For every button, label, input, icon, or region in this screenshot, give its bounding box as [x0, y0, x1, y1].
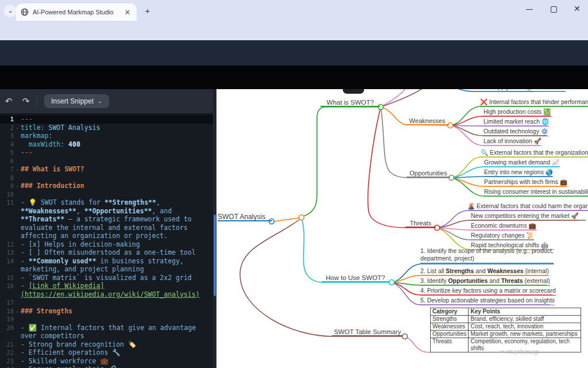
line-content[interactable]: - Secure supply chain 🔗: [21, 365, 213, 368]
node-growing-market-demand[interactable]: Growing market demand 📈: [484, 159, 559, 167]
node-threat-desc[interactable]: 🌋External factors that could harm the or…: [467, 202, 588, 211]
redo-icon[interactable]: ↷: [17, 96, 34, 106]
line-content[interactable]: ### Introduction: [21, 182, 213, 190]
insert-snippet-button[interactable]: Insert Snippet⌄: [44, 94, 109, 108]
line-content[interactable]: [21, 298, 213, 307]
node-lack-of-innovation[interactable]: Lack of innovation 🚀: [483, 137, 541, 146]
new-tab-button[interactable]: +: [142, 6, 153, 16]
editor-line[interactable]: 6: [0, 157, 213, 166]
node-high-production-costs[interactable]: High production costs 💹: [483, 108, 551, 117]
fold-gutter: [14, 157, 21, 166]
node-step-1[interactable]: 1. Identify the scope of the analysis (e…: [420, 247, 554, 263]
node-new-competitors[interactable]: New competitors entering the market 🚀: [471, 212, 579, 221]
fold-chevron-icon[interactable]: ⌄: [14, 307, 21, 316]
editor-line[interactable]: 17: [0, 298, 213, 307]
line-content[interactable]: - Efficient operations 🔧: [21, 348, 213, 357]
node-opportunities[interactable]: Opportunities: [407, 169, 450, 178]
mindmap-node-circle[interactable]: [299, 215, 304, 220]
editor-line[interactable]: 7⌄## What is SWOT?: [0, 165, 213, 174]
editor-line[interactable]: 13- [ ] Often misunderstood as a one-tim…: [0, 248, 213, 257]
editor-line[interactable]: 18⌄### Strengths: [0, 307, 213, 316]
mindmap-canvas[interactable]: SWOT AnalysisWhat is SWOT?WeaknessesOppo…: [213, 89, 588, 368]
editor-line[interactable]: 4 maxWidth: 400: [0, 140, 213, 149]
undo-icon[interactable]: ↶: [0, 96, 17, 106]
editor-line[interactable]: 24- Secure supply chain 🔗: [0, 365, 213, 368]
editor-line[interactable]: 12- [x] Helps in decision-making: [0, 240, 213, 249]
node-economic-downturns[interactable]: Economic downturns 💼: [471, 222, 536, 231]
line-content[interactable]: - Skilled workforce 💼: [21, 357, 213, 366]
node-regulatory-changes[interactable]: Regulatory changes 📜: [471, 232, 533, 240]
line-content[interactable]: - 💡 SWOT stands for **Strengths**, **Wea…: [21, 198, 213, 240]
editor-line[interactable]: 10: [0, 190, 213, 199]
line-content[interactable]: [21, 315, 213, 324]
line-content[interactable]: [21, 174, 213, 182]
line-content[interactable]: ### Strengths: [21, 307, 213, 316]
window-maximize-button[interactable]: [551, 6, 557, 13]
fold-chevron-icon[interactable]: ⌄: [14, 182, 21, 190]
editor-line[interactable]: 5---: [0, 148, 213, 157]
editor-line[interactable]: 19: [0, 315, 213, 324]
node-step-4[interactable]: 4. Prioritize key factors using a matrix…: [420, 287, 556, 296]
mindmap-link: [405, 336, 430, 352]
line-content[interactable]: - [x] Helps in decision-making: [21, 240, 213, 249]
browser-tab[interactable]: AI-Powered Markmap Studio ✕: [16, 3, 137, 21]
editor-code-area[interactable]: 1---2⌄title: SWOT Analysis3markmap:4 max…: [0, 115, 213, 368]
tab-search-button[interactable]: ⌄: [4, 5, 17, 17]
fold-chevron-icon[interactable]: ⌄: [14, 124, 21, 132]
fold-gutter: [14, 174, 21, 182]
line-content[interactable]: - [ ] Often misunderstood as a one-time …: [21, 248, 213, 257]
node-outdated-technology[interactable]: Outdated technology ⚙️: [483, 128, 548, 136]
node-secure-supply-chain[interactable]: Secure supply chain 🔗: [471, 89, 535, 92]
editor-line[interactable]: 2⌄title: SWOT Analysis: [0, 124, 213, 132]
line-content[interactable]: ---: [21, 148, 213, 157]
line-content[interactable]: - [Link of Wikipedia](https://en.wikiped…: [21, 282, 213, 298]
editor-line[interactable]: 11- 💡 SWOT stands for **Strengths**, **W…: [0, 198, 213, 240]
node-rising-consumer-interest[interactable]: Rising consumer interest in sustainabili…: [484, 188, 588, 197]
line-content[interactable]: ## What is SWOT?: [21, 165, 213, 174]
node-weaknesses[interactable]: Weaknesses: [405, 117, 449, 125]
line-content[interactable]: - `SWOT matrix` is visualized as a 2x2 g…: [21, 274, 213, 282]
editor-line[interactable]: 20- ✅ Internal factors that give an adva…: [0, 324, 213, 340]
editor-line[interactable]: 22- Efficient operations 🔧: [0, 348, 213, 357]
node-threats[interactable]: Threats: [405, 219, 436, 228]
node-step-3[interactable]: 3. Identify Opportunities and Threats (e…: [420, 277, 550, 286]
markdown-editor-panel[interactable]: ↶ ↷ Insert Snippet⌄ 1---2⌄title: SWOT An…: [0, 89, 213, 368]
line-content[interactable]: ---: [21, 115, 213, 124]
window-minimize-button[interactable]: [526, 5, 533, 10]
line-content[interactable]: - ✅ Internal factors that give an advant…: [21, 324, 213, 340]
node-swot-table-summary[interactable]: SWOT Table Summary: [332, 328, 403, 336]
node-weak-desc[interactable]: ❌Internal factors that hinder performanc…: [480, 98, 588, 107]
line-content[interactable]: maxWidth: 400: [21, 140, 213, 149]
node-step-2[interactable]: 2. List all Strengths and Weaknesses (in…: [420, 267, 549, 276]
node-opp-desc[interactable]: 🔍External factors that the organization …: [481, 149, 588, 158]
window-close-button[interactable]: ✕: [574, 4, 581, 13]
editor-line[interactable]: 3markmap:: [0, 132, 213, 140]
editor-scrollbar-thumb[interactable]: [214, 214, 216, 296]
node-swot-analysis[interactable]: SWOT Analysis: [218, 213, 272, 221]
node-limited-market-reach[interactable]: Limited market reach 🌐: [483, 118, 549, 126]
editor-line[interactable]: 23- Skilled workforce 💼: [0, 357, 213, 366]
node-what-is-swot[interactable]: What is SWOT?: [320, 98, 380, 107]
node-entry-new-regions[interactable]: Entry into new regions 🌏: [484, 168, 553, 177]
editor-line[interactable]: 1---: [0, 115, 213, 124]
line-content[interactable]: - Strong brand recognition 🏷️: [21, 340, 213, 349]
fold-chevron-icon[interactable]: ⌄: [14, 165, 21, 174]
editor-line[interactable]: 8: [0, 174, 213, 182]
line-content[interactable]: markmap:: [21, 132, 213, 140]
line-content[interactable]: [21, 157, 213, 166]
editor-line[interactable]: 16- [Link of Wikipedia](https://en.wikip…: [0, 282, 213, 298]
editor-line[interactable]: 9⌄### Introduction: [0, 182, 213, 190]
node-step-5[interactable]: 5. Develop actionable strategies based o…: [420, 297, 555, 305]
line-content[interactable]: - **Commonly used** in business strategy…: [21, 257, 213, 274]
editor-line[interactable]: 15- `SWOT matrix` is visualized as a 2x2…: [0, 274, 213, 282]
tab-close-icon[interactable]: ✕: [123, 8, 132, 17]
editor-line[interactable]: 21- Strong brand recognition 🏷️: [0, 340, 213, 349]
mindmap-node-circle[interactable]: [389, 280, 394, 285]
line-content[interactable]: title: SWOT Analysis: [21, 124, 213, 132]
fold-gutter: [14, 274, 21, 282]
swot-summary-table[interactable]: CategoryKey Points StrengthsBrand, effic…: [430, 308, 581, 352]
node-partnerships-tech-firms[interactable]: Partnerships with tech firms 💼: [484, 178, 567, 187]
node-how-to-use-swot[interactable]: How to Use SWOT?: [322, 274, 389, 282]
line-content[interactable]: [21, 190, 213, 199]
editor-line[interactable]: 14- **Commonly used** in business strate…: [0, 257, 213, 274]
